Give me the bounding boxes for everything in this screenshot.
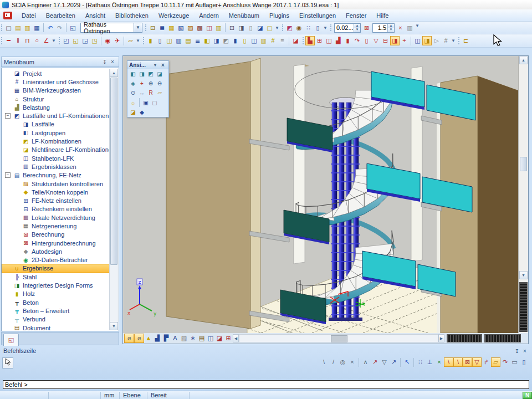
menu-men-baum[interactable]: Menübaum (224, 10, 264, 21)
menu-werkzeuge[interactable]: Werkzeuge (154, 10, 194, 21)
zoom-out-icon[interactable]: ⊖ (155, 79, 164, 88)
member-column-icon[interactable]: ▮ (146, 36, 155, 45)
circle-icon[interactable]: ○ (32, 36, 42, 45)
zoom-all-icon[interactable]: ↔ (137, 89, 146, 97)
edge-partial-icon[interactable]: ⊏ (461, 36, 470, 45)
tree-item-struktur[interactable]: ⌂Struktur (2, 95, 109, 103)
tree-item-hintergrundberechnung[interactable]: ⊠Hintergrundberechnung (2, 239, 109, 247)
snap-circle-icon[interactable]: ◎ (338, 357, 347, 367)
support-hinged-icon[interactable]: ⊞ (315, 36, 324, 45)
support-fixed-icon[interactable]: ▙ (305, 36, 315, 45)
member-plate-icon[interactable]: ▥ (174, 36, 183, 45)
coord-system-icon[interactable]: ▧ (176, 23, 186, 33)
member-beam-icon[interactable]: ▯ (155, 36, 165, 45)
tree-item-ergebnisklassen[interactable]: ▥Ergebnisklassen (2, 162, 109, 171)
snap-point-icon[interactable]: ↗ (370, 357, 380, 367)
document-new-icon[interactable]: ▢ (265, 23, 274, 33)
dimension-icon[interactable]: ‖ (13, 36, 23, 45)
scia-logo-icon[interactable] (3, 12, 12, 19)
load-scale-spinner[interactable]: 0.02... ▲▼ (334, 23, 361, 33)
surface-display-icon[interactable]: ▨ (180, 334, 188, 343)
print-view-icon[interactable]: ▱ (155, 89, 164, 97)
zoom-selection-icon[interactable]: R (146, 89, 155, 97)
tree-item-bim-werkzeugkasten[interactable]: ▦BIM-Werkzeugkasten (2, 86, 109, 95)
support-rotation-icon[interactable]: ↷ (352, 36, 362, 45)
image-save-icon[interactable]: ▣ (141, 99, 150, 107)
selection-cursor-button[interactable] (2, 357, 13, 369)
snap-line-icon[interactable]: \ (319, 357, 329, 367)
project-combo[interactable]: Rathaus Östringen ▼ (80, 23, 142, 33)
zoom-in-icon[interactable]: ⊕ (146, 79, 155, 88)
menu-fenster[interactable]: Fenster (341, 10, 371, 21)
scroll-thumb[interactable] (331, 335, 347, 342)
member-arbitrary-icon[interactable]: ◫ (249, 36, 259, 45)
tree-item-lastfälle[interactable]: ◨Lastfälle (2, 120, 109, 129)
snap-vector-icon[interactable]: ↗ (389, 357, 398, 367)
tree-tab[interactable]: ◱ (3, 334, 19, 346)
redo-icon[interactable]: ↷ (55, 23, 64, 33)
snap-grid-points-icon[interactable]: ∷ (416, 357, 425, 367)
calculator-icon[interactable]: ▦ (167, 23, 176, 33)
toolbar-overflow-icon[interactable]: ▼ (323, 25, 328, 30)
snap-endpoint-icon[interactable]: \ (444, 357, 453, 367)
spin-down-icon[interactable]: ▼ (354, 28, 360, 32)
layers-icon[interactable]: ≣ (157, 23, 167, 33)
scroll-down-icon[interactable]: ▼ (519, 271, 528, 279)
tree-item-autodesign[interactable]: ◆Autodesign (2, 247, 109, 255)
tree-item-holz[interactable]: ▮Holz (2, 290, 109, 298)
close-icon[interactable]: × (521, 348, 529, 354)
scroll-thumb[interactable] (520, 157, 527, 171)
tree-collapse-icon[interactable]: − (5, 113, 11, 119)
tree-item-dokument[interactable]: ▤Dokument (2, 324, 109, 331)
save-all-icon[interactable]: ▥ (23, 23, 32, 33)
tree-item-fe-netz-einstellen[interactable]: ⊞FE-Netz einstellen (2, 196, 109, 204)
view-rotation-slider-vertical[interactable] (519, 282, 528, 332)
menu-ansicht[interactable]: Ansicht (80, 10, 110, 21)
scroll-right-icon[interactable]: ▶ (438, 334, 444, 342)
pointer-mode-icon[interactable]: ▷ (432, 36, 441, 45)
save-icon[interactable]: ▦ (32, 23, 42, 33)
snap-ruler-icon[interactable]: ▭ (510, 357, 519, 367)
tree-item-verbund[interactable]: ┬Verbund (2, 315, 109, 324)
member-wall-icon[interactable]: ◧ (202, 36, 212, 45)
book-icon[interactable]: ▤ (197, 334, 206, 343)
tree-item-belastung[interactable]: ▟Belastung (2, 103, 109, 111)
snap-plane-icon[interactable]: ▽ (380, 357, 389, 367)
paste-special-icon[interactable]: ◨ (422, 36, 432, 45)
pin-icon[interactable]: ↧ (513, 348, 521, 354)
command-input[interactable] (3, 380, 529, 389)
view-axo-icon[interactable]: ◪ (155, 70, 164, 78)
tree-scrollbar[interactable]: ▲ ▼ (109, 69, 118, 330)
scroll-down-icon[interactable]: ▼ (110, 322, 118, 330)
scroll-thumb[interactable] (110, 78, 117, 265)
mesh-icon[interactable]: ▩ (195, 23, 204, 33)
tree-item-beton[interactable]: ┳Beton (2, 298, 109, 306)
tree-item-integriertes-design-forms[interactable]: ◨Integriertes Design Forms (2, 281, 109, 289)
tree-item-strukturdaten-kontrollieren[interactable]: ▨Strukturdaten kontrollieren (2, 180, 109, 188)
beam-local-axis-icon[interactable]: ▯ (313, 23, 323, 33)
member-free-icon[interactable]: ◪ (291, 36, 300, 45)
tree-item-stahlbeton-lfk[interactable]: ◫Stahlbeton-LFK (2, 154, 109, 162)
tree-item-stahl[interactable]: ╠Stahl (2, 273, 109, 281)
view-rotation-slider-1[interactable] (447, 334, 482, 342)
tree-item-netzgenerierung[interactable]: ▦Netzgenerierung (2, 222, 109, 230)
viewport-hscrollbar[interactable] (239, 334, 438, 342)
tracking-cursor-icon[interactable]: ↖ (402, 357, 412, 367)
support-beam-icon[interactable]: ◨ (390, 36, 400, 45)
engineering-report-icon[interactable]: ▯ (246, 23, 255, 33)
project-window-icon[interactable]: ◱ (68, 23, 78, 33)
status-badge[interactable]: N (523, 392, 532, 399)
tree-item-rechenkern-einstellen[interactable]: ⊟Rechenkern einstellen (2, 205, 109, 213)
member-brace-icon[interactable]: ◫ (165, 36, 174, 45)
print-icon[interactable]: ⊟ (227, 23, 237, 33)
spin-up-icon[interactable]: ▲ (388, 24, 394, 28)
toolbar-overflow-icon[interactable]: ▼ (451, 38, 456, 43)
scale-symbols-icon[interactable]: ▲ (144, 334, 153, 343)
zoom-window-icon[interactable]: ⊙ (129, 89, 137, 97)
tree-item-berechnung-fe-netz[interactable]: −▤Berechnung, FE-Netz (2, 171, 109, 180)
menu-bearbeiten[interactable]: Bearbeiten (41, 10, 80, 21)
clipboard-icon[interactable]: ▨ (186, 23, 195, 33)
image-copy-icon[interactable]: ▢ (150, 99, 159, 107)
view-axis-icon[interactable]: + (137, 79, 146, 88)
tree-item-linienraster-und-geschosse[interactable]: #Linienraster und Geschosse (2, 78, 109, 86)
